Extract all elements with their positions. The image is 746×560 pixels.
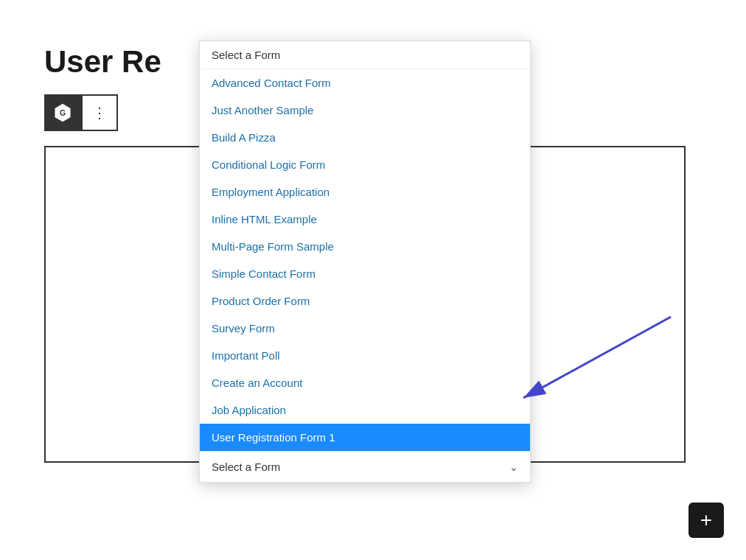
dropdown-item-employment[interactable]: Employment Application (200, 178, 530, 206)
dropdown-item-inline-html[interactable]: Inline HTML Example (200, 206, 530, 233)
dropdown-item-product-order[interactable]: Product Order Form (200, 287, 530, 315)
dropdown-item-important-poll[interactable]: Important Poll (200, 342, 530, 369)
dropdown-item-simple-contact[interactable]: Simple Contact Form (200, 260, 530, 287)
dropdown-item-advanced-contact[interactable]: Advanced Contact Form (200, 69, 530, 97)
dropdown-item-just-another[interactable]: Just Another Sample (200, 97, 530, 124)
plus-icon: + (700, 508, 712, 532)
form-dropdown[interactable]: Select a Form Advanced Contact Form Just… (199, 41, 531, 483)
dropdown-item-survey[interactable]: Survey Form (200, 315, 530, 342)
dropdown-header: Select a Form (200, 41, 530, 69)
dropdown-item-multi-page[interactable]: Multi-Page Form Sample (200, 233, 530, 260)
dropdown-item-user-registration[interactable]: User Registration Form 1 (200, 424, 530, 451)
dropdown-list: Select a Form Advanced Contact Form Just… (199, 41, 531, 452)
dropdown-item-conditional-logic[interactable]: Conditional Logic Form (200, 151, 530, 178)
more-options-button[interactable]: ⋮ (81, 94, 118, 131)
dropdown-item-job-application[interactable]: Job Application (200, 396, 530, 424)
dropdown-item-create-account[interactable]: Create an Account (200, 369, 530, 396)
select-bar[interactable]: Select a Form ⌄ (199, 452, 531, 483)
dropdown-item-build-pizza[interactable]: Build A Pizza (200, 124, 530, 151)
svg-text:G: G (60, 108, 66, 117)
hex-button[interactable]: G (44, 94, 81, 131)
chevron-down-icon: ⌄ (509, 461, 518, 473)
add-button[interactable]: + (689, 503, 724, 538)
dots-icon: ⋮ (92, 104, 108, 122)
select-bar-label: Select a Form (212, 461, 280, 473)
hex-icon: G (52, 102, 73, 123)
